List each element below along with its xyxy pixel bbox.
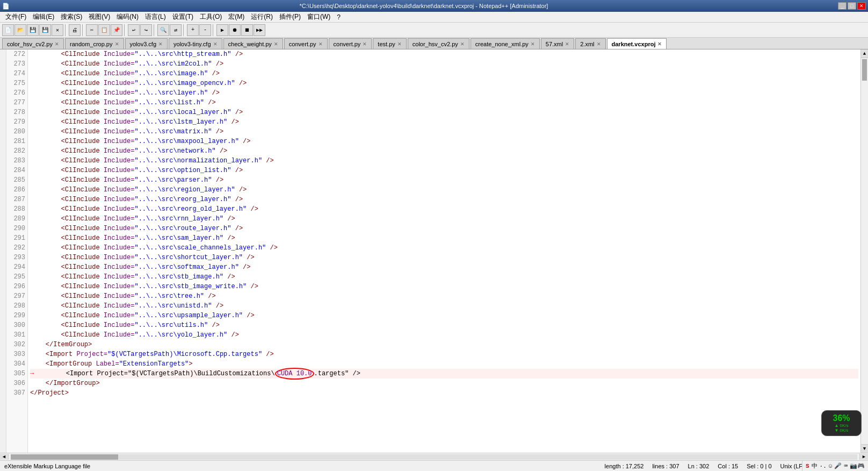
new-button[interactable]: 📄 — [2, 24, 14, 36]
menu-item-M[interactable]: 宏(M) — [225, 11, 248, 23]
tab-label-7: test.py — [378, 41, 395, 47]
menu-item-R[interactable]: 运行(R) — [248, 11, 276, 23]
menu-item-[interactable]: ? — [334, 12, 344, 22]
upload-icon: ▲ — [834, 423, 838, 428]
tab-close-12[interactable]: ✕ — [657, 41, 662, 47]
zoom-out-button[interactable]: - — [199, 24, 211, 36]
menu-item-W[interactable]: 窗口(W) — [304, 11, 334, 23]
tab-close-3[interactable]: ✕ — [213, 41, 218, 47]
tab-close-2[interactable]: ✕ — [158, 41, 163, 47]
vertical-scrollbar[interactable]: ▲ ▼ — [860, 49, 868, 453]
scroll-up-button[interactable]: ▲ — [861, 49, 868, 58]
sel-label: Sel : 0 | 0 — [747, 463, 771, 469]
menu-item-F[interactable]: 文件(F) — [2, 11, 30, 23]
separator2 — [82, 24, 84, 36]
line-num-301: 301 — [9, 330, 25, 340]
code-line-302: </ItemGroup> — [30, 340, 858, 349]
menu-item-L[interactable]: 语言(L) — [142, 11, 169, 23]
find-button[interactable]: 🔍 — [157, 24, 169, 36]
horizontal-scrollbar[interactable]: ◀ ▶ — [0, 453, 868, 460]
code-editor[interactable]: <ClInclude Include="..\..\src\http_strea… — [28, 49, 860, 453]
print-button[interactable]: 🖨 — [69, 24, 81, 36]
network-monitor: 36% ▲ 0K/s ▼ 0K/s — [821, 410, 862, 436]
code-line-286: <ClInclude Include="..\..\src\region_lay… — [30, 185, 858, 195]
tab-close-10[interactable]: ✕ — [565, 41, 569, 47]
paste-button[interactable]: 📌 — [111, 24, 122, 36]
hscroll-track[interactable] — [11, 454, 857, 460]
tab-2[interactable]: yolov3.cfg✕ — [125, 38, 168, 49]
line-content-294: <ClInclude Include="..\..\src\softmax_la… — [30, 262, 250, 272]
tab-3[interactable]: yolov3-tiny.cfg✕ — [169, 38, 222, 49]
copy-button[interactable]: 📋 — [98, 24, 110, 36]
zoom-in-button[interactable]: + — [187, 24, 199, 36]
line-num-290: 290 — [9, 224, 25, 233]
tab-6[interactable]: convert.py✕ — [329, 38, 372, 49]
tab-close-6[interactable]: ✕ — [363, 41, 367, 47]
line-num-287: 287 — [9, 195, 25, 204]
tab-5[interactable]: convert.py✕ — [284, 38, 328, 49]
menu-item-P[interactable]: 插件(P) — [276, 11, 304, 23]
save-button[interactable]: 💾 — [27, 24, 39, 36]
hscroll-thumb[interactable] — [11, 454, 118, 460]
tab-close-0[interactable]: ✕ — [55, 41, 59, 47]
tab-7[interactable]: test.py✕ — [373, 38, 406, 49]
line-num-272: 272 — [9, 49, 25, 59]
tab-10[interactable]: 57.xml✕ — [541, 38, 574, 49]
close-button[interactable]: ✕ — [857, 2, 866, 10]
line-num-302: 302 — [9, 340, 25, 349]
tab-1[interactable]: random_crop.py✕ — [65, 38, 124, 49]
save-all-button[interactable]: 💾 — [39, 24, 51, 36]
tab-8[interactable]: color_hsv_cv2.py✕ — [408, 38, 469, 49]
cut-button[interactable]: ✂ — [86, 24, 98, 36]
menu-item-S[interactable]: 搜索(S) — [57, 11, 85, 23]
tab-4[interactable]: check_weight.py✕ — [223, 38, 283, 49]
undo-button[interactable]: ↩ — [128, 24, 140, 36]
line-content-273: <ClInclude Include="..\..\src\im2col.h" … — [30, 59, 223, 69]
close-button2[interactable]: ✕ — [52, 24, 63, 36]
line-content-297: <ClInclude Include="..\..\src\tree.h" /> — [30, 291, 216, 301]
tab-close-9[interactable]: ✕ — [531, 41, 535, 47]
scroll-down-button[interactable]: ▼ — [861, 444, 868, 453]
tab-close-4[interactable]: ✕ — [274, 41, 278, 47]
menu-item-E[interactable]: 编辑(E) — [30, 11, 57, 23]
code-line-282: <ClInclude Include="..\..\src\network.h"… — [30, 146, 858, 156]
scroll-thumb[interactable] — [862, 59, 867, 81]
menu-item-N[interactable]: 编码(N) — [113, 11, 142, 23]
menu-item-T[interactable]: 设置(T) — [169, 11, 197, 23]
tab-label-6: convert.py — [334, 41, 361, 47]
macro3-button[interactable]: ⏹ — [241, 24, 253, 36]
run-button[interactable]: ▶▶ — [254, 24, 265, 36]
macro-button[interactable]: ▶ — [216, 24, 228, 36]
upload-speed: 0K/s — [840, 423, 849, 428]
tab-12[interactable]: darknet.vcxproj✕ — [607, 38, 667, 49]
tab-close-1[interactable]: ✕ — [115, 41, 119, 47]
tab-11[interactable]: 2.xml✕ — [575, 38, 605, 49]
macro2-button[interactable]: ⏺ — [229, 24, 241, 36]
line-num-281: 281 — [9, 137, 25, 146]
redo-button[interactable]: ↪ — [140, 24, 152, 36]
minimize-button[interactable]: _ — [838, 2, 847, 10]
col-label: Col : 15 — [718, 463, 738, 469]
find-replace-button[interactable]: ⇄ — [170, 24, 182, 36]
scroll-left-button[interactable]: ◀ — [0, 454, 9, 460]
code-line-291: <ClInclude Include="..\..\src\sam_layer.… — [30, 233, 858, 243]
open-button[interactable]: 📂 — [15, 24, 26, 36]
tab-close-11[interactable]: ✕ — [597, 41, 601, 47]
line-content-275: <ClInclude Include="..\..\src\image_open… — [30, 78, 247, 88]
tab-close-8[interactable]: ✕ — [460, 41, 465, 47]
menu-item-O[interactable]: 工具(O) — [197, 11, 225, 23]
code-line-304: <ImportGroup Label="ExtensionTargets"> — [30, 359, 858, 369]
tab-9[interactable]: create_none_xml.py✕ — [471, 38, 540, 49]
tab-0[interactable]: color_hsv_cv2.py✕ — [2, 38, 64, 49]
systray: S 中 ·. ☺ 🎤 ⌨ 📷🎮 — [802, 460, 868, 471]
scroll-right-button[interactable]: ▶ — [859, 454, 868, 460]
code-line-278: <ClInclude Include="..\..\src\local_laye… — [30, 108, 858, 117]
titlebar-controls[interactable]: _ □ ✕ — [838, 2, 866, 10]
tab-close-5[interactable]: ✕ — [319, 41, 323, 47]
line-num-274: 274 — [9, 69, 25, 78]
maximize-button[interactable]: □ — [848, 2, 856, 10]
menu-item-V[interactable]: 视图(V) — [85, 11, 113, 23]
download-speed: 0K/s — [840, 428, 849, 433]
tab-close-7[interactable]: ✕ — [397, 41, 402, 47]
line-content-284: <ClInclude Include="..\..\src\option_lis… — [30, 166, 243, 175]
